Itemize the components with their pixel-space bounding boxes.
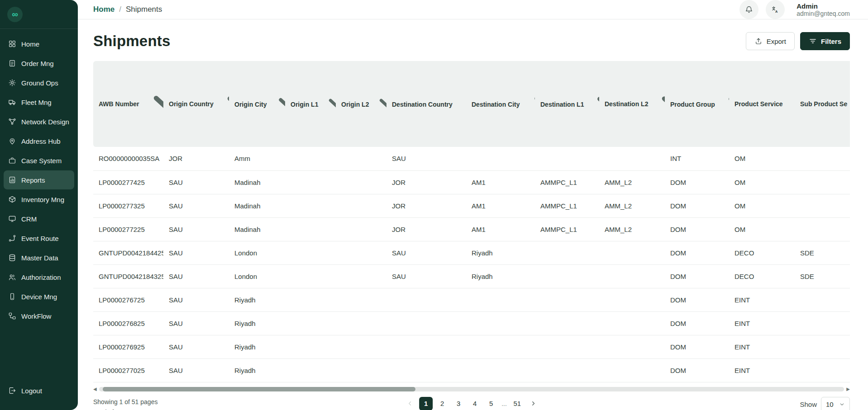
page-button-2[interactable]: 2	[435, 397, 449, 410]
filters-button[interactable]: Filters	[800, 32, 850, 50]
column-header-destination-l1[interactable]: Destination L1	[535, 61, 599, 147]
sidebar-item-case-system[interactable]: Case System	[4, 151, 74, 170]
table-cell: Riyadh	[229, 358, 285, 382]
table-cell: DECO	[729, 264, 795, 288]
sidebar-item-order-mng[interactable]: Order Mng	[4, 54, 74, 73]
sidebar-item-workflow[interactable]: WorkFlow	[4, 306, 74, 325]
column-header-origin-l2[interactable]: Origin L2	[336, 61, 386, 147]
logout-icon	[8, 386, 16, 395]
table-cell: EINT	[729, 335, 795, 358]
prev-page-button[interactable]	[403, 397, 416, 410]
table-cell: London	[229, 241, 285, 264]
show-label: Show	[800, 401, 817, 408]
column-header-destination-l2[interactable]: Destination L2	[599, 61, 665, 147]
column-header-product-service[interactable]: Product Service	[729, 61, 795, 147]
notifications-button[interactable]	[739, 0, 758, 19]
table-cell: OM	[729, 147, 795, 170]
page-button-4[interactable]: 4	[468, 397, 482, 410]
column-header-destination-city[interactable]: Destination City	[466, 61, 535, 147]
scrollbar-thumb[interactable]	[103, 387, 416, 391]
scroll-right-arrow-icon[interactable]: ▶	[846, 387, 850, 391]
column-header-label: Origin Country	[169, 100, 214, 108]
table-row[interactable]: LP0000276725SAURiyadhDOMEINT	[93, 288, 850, 311]
table-cell	[795, 358, 850, 382]
sidebar-item-reports[interactable]: Reports	[4, 170, 74, 189]
table-cell	[285, 264, 336, 288]
table-cell	[336, 358, 386, 382]
table-cell	[795, 311, 850, 335]
table-cell: DOM	[665, 241, 729, 264]
app-logo[interactable]: ∞	[7, 7, 23, 22]
device-icon	[8, 292, 16, 301]
table-cell: LP0000277425	[93, 170, 163, 194]
scroll-left-arrow-icon[interactable]: ◀	[93, 387, 97, 391]
column-header-origin-l1[interactable]: Origin L1	[285, 61, 336, 147]
table-cell: JOR	[163, 147, 229, 170]
logout-button[interactable]: Logout	[0, 386, 78, 410]
sidebar-item-fleet-mng[interactable]: Fleet Mng	[4, 93, 74, 112]
table-row[interactable]: LP0000277325SAUMadinahJORAM1AMMPC_L1AMM_…	[93, 194, 850, 217]
table-row[interactable]: GNTUPD0042184325SAULondonSAURiyadhDOMDEC…	[93, 264, 850, 288]
table-cell: EINT	[729, 311, 795, 335]
page-button-5[interactable]: 5	[484, 397, 498, 410]
page-actions: Export Filters	[746, 32, 850, 50]
table-row[interactable]: LP0000277025SAURiyadhDOMEINT	[93, 358, 850, 382]
column-header-product-group[interactable]: Product Group	[665, 61, 729, 147]
table-row[interactable]: RO00000000035SAJORAmmSAUINTOM	[93, 147, 850, 170]
column-header-label: Destination L2	[605, 100, 648, 108]
sidebar-item-label: Address Hub	[21, 137, 61, 145]
sidebar-item-master-data[interactable]: Master Data	[4, 248, 74, 267]
page-button-3[interactable]: 3	[452, 397, 465, 410]
table-cell	[336, 264, 386, 288]
breadcrumb-home-link[interactable]: Home	[93, 5, 114, 14]
table-row[interactable]: LP0000277425SAUMadinahJORAM1AMMPC_L1AMM_…	[93, 170, 850, 194]
table-cell: DOM	[665, 311, 729, 335]
table-row[interactable]: GNTUPD0042184425SAULondonSAURiyadhDOMDEC…	[93, 241, 850, 264]
table-cell: OM	[729, 194, 795, 217]
scrollbar-track[interactable]	[99, 387, 844, 391]
table-cell: AM1	[466, 194, 535, 217]
sidebar-item-authorization[interactable]: Authorization	[4, 268, 74, 287]
column-header-sub-product-se[interactable]: Sub Product Se	[795, 61, 850, 147]
column-header-awb-number[interactable]: AWB Number	[93, 61, 163, 147]
table-row[interactable]: LP0000276925SAURiyadhDOMEINT	[93, 335, 850, 358]
table-cell: SAU	[163, 194, 229, 217]
table-cell: SAU	[163, 288, 229, 311]
export-button[interactable]: Export	[746, 32, 795, 50]
sidebar-item-home[interactable]: Home	[4, 34, 74, 53]
app-root: ∞ HomeOrder MngGround OpsFleet MngNetwor…	[0, 0, 868, 410]
page-size-select[interactable]: 10	[821, 397, 850, 410]
column-header-origin-country[interactable]: Origin Country	[163, 61, 229, 147]
next-page-button[interactable]	[527, 397, 540, 410]
page-button-51[interactable]: 51	[510, 397, 524, 410]
breadcrumb: Home / Shipments	[93, 5, 162, 14]
table-row[interactable]: LP0000276825SAURiyadhDOMEINT	[93, 311, 850, 335]
sidebar-item-label: Order Mng	[21, 60, 54, 67]
table-cell	[466, 288, 535, 311]
sidebar-item-device-mng[interactable]: Device Mng	[4, 287, 74, 306]
table-cell: SAU	[163, 241, 229, 264]
table-cell: SAU	[386, 264, 466, 288]
sidebar-item-crm[interactable]: CRM	[4, 209, 74, 228]
sidebar-item-label: Reports	[21, 176, 45, 184]
sidebar-item-inventory-mng[interactable]: Inventory Mng	[4, 190, 74, 209]
sidebar-item-address-hub[interactable]: Address Hub	[4, 132, 74, 151]
table-cell	[535, 264, 599, 288]
table-cell	[386, 358, 466, 382]
table-cell: Madinah	[229, 217, 285, 241]
sort-chevron-icon	[217, 78, 229, 130]
table-cell: AM1	[466, 217, 535, 241]
horizontal-scrollbar[interactable]: ◀ ▶	[93, 387, 850, 391]
table-cell: EINT	[729, 358, 795, 382]
column-header-origin-city[interactable]: Origin City	[229, 61, 285, 147]
user-menu[interactable]: Admin admin@gnteq.com	[796, 2, 850, 17]
table-row[interactable]: LP0000277225SAUMadinahJORAM1AMMPC_L1AMM_…	[93, 217, 850, 241]
page-button-1[interactable]: 1	[419, 397, 433, 410]
sidebar-item-ground-ops[interactable]: Ground Ops	[4, 73, 74, 92]
table-cell: SAU	[163, 335, 229, 358]
column-header-destination-country[interactable]: Destination Country	[386, 61, 466, 147]
language-button[interactable]: A	[766, 0, 785, 19]
sidebar-item-network-design[interactable]: Network Design	[4, 112, 74, 131]
sidebar-item-event-route[interactable]: Event Route	[4, 229, 74, 248]
table-cell	[336, 147, 386, 170]
